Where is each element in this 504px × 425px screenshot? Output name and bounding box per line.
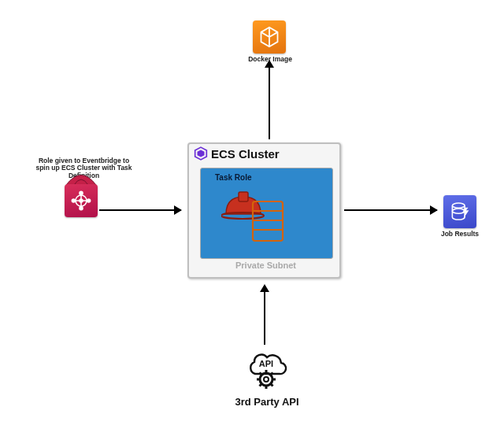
ecs-cluster-title: ECS Cluster — [211, 147, 280, 161]
dynamodb-icon — [449, 201, 471, 223]
private-subnet-caption: Private Subnet — [200, 261, 332, 270]
svg-line-25 — [271, 384, 273, 386]
api-label: 3rd Party API — [224, 396, 310, 408]
eventbridge-icon — [70, 190, 92, 212]
svg-rect-8 — [239, 192, 248, 201]
arrow-eventbridge-to-cluster — [99, 209, 181, 211]
arrow-cluster-to-ecr — [269, 61, 270, 139]
svg-point-1 — [80, 191, 83, 194]
api-node: API — [243, 345, 290, 392]
task-role-icon — [221, 183, 292, 246]
ecs-cluster-icon — [194, 146, 208, 161]
svg-line-22 — [260, 373, 262, 375]
dynamodb-node — [443, 195, 476, 228]
eventbridge-node — [65, 184, 98, 217]
svg-point-3 — [80, 207, 83, 210]
ecr-node — [253, 20, 286, 54]
dynamodb-label: Job Results — [435, 230, 484, 238]
svg-point-5 — [80, 199, 83, 202]
task-role-label: Task Role — [215, 173, 252, 182]
ecr-container-icon — [258, 26, 280, 48]
api-gear-icon: API — [243, 345, 290, 392]
svg-marker-7 — [198, 150, 205, 157]
svg-text:API: API — [259, 359, 273, 368]
diagram-canvas: Docker Image Role given to Eventbridge t… — [0, 0, 504, 425]
arrow-api-to-cluster — [264, 286, 265, 345]
svg-point-14 — [452, 203, 465, 208]
svg-line-23 — [271, 373, 273, 375]
svg-point-2 — [87, 199, 91, 202]
svg-point-4 — [72, 199, 75, 202]
svg-point-15 — [452, 209, 465, 213]
eventbridge-canopy-icon — [65, 172, 98, 183]
ecs-cluster-group: ECS Cluster Task Role Private Subnet — [187, 142, 341, 279]
svg-point-26 — [264, 377, 269, 382]
svg-line-24 — [260, 384, 262, 386]
arrow-cluster-to-dynamodb — [344, 209, 437, 211]
private-subnet-box: Task Role — [200, 168, 333, 259]
